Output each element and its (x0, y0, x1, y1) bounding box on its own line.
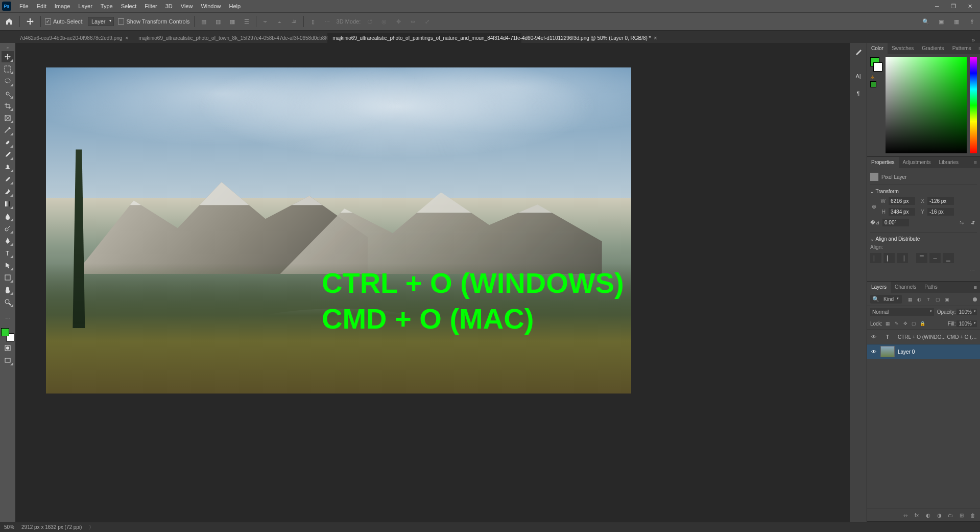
delete-layer-icon[interactable]: 🗑 (969, 511, 977, 519)
distribute-icon[interactable]: ☰ (242, 16, 252, 27)
panel-menu-icon[interactable]: ≡ (971, 159, 980, 166)
hue-slider[interactable] (970, 57, 977, 153)
canvas-area[interactable]: CTRL + O (WINDOWS) CMD + O (MAC) (15, 43, 849, 522)
layer-fx-icon[interactable]: fx (913, 511, 921, 519)
tab-patterns[interactable]: Patterns (948, 43, 975, 54)
gamut-color[interactable] (870, 81, 876, 87)
frame-tool[interactable] (2, 112, 14, 124)
history-brush-tool[interactable] (2, 174, 14, 185)
bg-swatch[interactable] (873, 62, 882, 72)
align-right-icon[interactable]: ▦ (227, 16, 237, 27)
flip-v-icon[interactable]: ⇵ (969, 220, 977, 225)
auto-select-checkbox[interactable]: Auto-Select: (45, 18, 84, 25)
blur-tool[interactable] (2, 211, 14, 222)
layer-name[interactable]: CTRL + O (WINDO... CMD + O (MAC) (898, 334, 977, 340)
dodge-tool[interactable] (2, 223, 14, 234)
align-top-button[interactable]: ▔ (916, 253, 927, 263)
align-hcenter-button[interactable]: ▎ (883, 253, 895, 263)
width-input[interactable] (889, 197, 915, 205)
filter-type-icon[interactable]: T (924, 296, 933, 303)
visibility-icon[interactable]: 👁 (870, 348, 877, 355)
align-left-icon[interactable]: ▤ (199, 16, 209, 27)
menu-edit[interactable]: Edit (33, 0, 51, 12)
lasso-tool[interactable] (2, 76, 14, 87)
align-left-button[interactable]: ▏ (870, 253, 881, 263)
height-input[interactable] (889, 208, 915, 216)
pen-tool[interactable] (2, 235, 14, 246)
layer-group-icon[interactable]: 🗀 (946, 511, 954, 519)
color-swatches[interactable] (1, 328, 14, 341)
maximize-button[interactable]: ❐ (945, 0, 962, 12)
doc-tab-3[interactable]: majkinio69_ultrarealistic_photo_of_paint… (327, 33, 521, 43)
lock-pixels-icon[interactable]: ✎ (893, 320, 900, 327)
align-top-icon[interactable]: ⫟ (260, 16, 271, 27)
filter-pixel-icon[interactable]: ▦ (906, 296, 914, 303)
foreground-color[interactable] (1, 328, 9, 336)
edit-toolbar-icon[interactable]: ⋯ (2, 313, 14, 324)
document-canvas[interactable]: CTRL + O (WINDOWS) CMD + O (MAC) (46, 67, 631, 394)
quick-mask-icon[interactable] (2, 342, 14, 354)
filter-kind-dropdown[interactable]: Kind (881, 296, 900, 303)
eyedropper-tool[interactable] (2, 125, 14, 136)
distribute-v-icon[interactable]: ▯ (308, 16, 318, 27)
menu-file[interactable]: File (15, 0, 33, 12)
angle-input[interactable] (882, 219, 909, 226)
close-tab-icon[interactable]: × (654, 35, 657, 41)
y-input[interactable] (927, 208, 954, 216)
tab-adjustments[interactable]: Adjustments (899, 157, 935, 168)
color-field[interactable] (886, 57, 967, 153)
menu-select[interactable]: Select (117, 0, 141, 12)
link-wh-icon[interactable]: ⊗ (870, 196, 877, 217)
tab-color[interactable]: Color (867, 43, 888, 54)
search-icon[interactable]: 🔍 (921, 16, 931, 27)
align-vcenter-button[interactable]: ─ (929, 253, 941, 263)
marquee-tool[interactable] (2, 63, 14, 75)
doc-tab-1[interactable]: 7d462a6-cea9-4b0b-ae20-0f98678c2ed9.png … (14, 33, 133, 43)
menu-3d[interactable]: 3D (161, 0, 177, 12)
visibility-icon[interactable]: 👁 (870, 333, 877, 340)
menu-help[interactable]: Help (225, 0, 245, 12)
status-arrow-icon[interactable]: 〉 (89, 524, 94, 531)
path-select-tool[interactable] (2, 260, 14, 271)
gradient-tool[interactable] (2, 198, 14, 210)
quick-select-tool[interactable] (2, 88, 14, 99)
lock-position-icon[interactable]: ✥ (902, 320, 909, 327)
adjustment-layer-icon[interactable]: ◑ (935, 511, 943, 519)
workspace-icon[interactable]: ▦ (951, 16, 962, 27)
filter-smart-icon[interactable]: ▣ (943, 296, 951, 303)
panel-menu-icon[interactable]: ≡ (975, 45, 980, 52)
document-dimensions[interactable]: 2912 px x 1632 px (72 ppi) (21, 524, 82, 530)
tab-libraries[interactable]: Libraries (935, 157, 963, 168)
align-heading[interactable]: Align and Distribute (870, 235, 977, 243)
home-icon[interactable] (3, 15, 15, 28)
auto-select-layer-dropdown[interactable]: Layer (88, 17, 114, 26)
zoom-tool[interactable] (2, 296, 14, 308)
tab-channels[interactable]: Channels (891, 282, 920, 293)
more-options-icon[interactable]: ⋯ (870, 265, 977, 276)
brushes-panel-icon[interactable] (853, 47, 864, 58)
menu-window[interactable]: Window (197, 0, 225, 12)
tab-swatches[interactable]: Swatches (888, 43, 918, 54)
close-tab-icon[interactable]: × (125, 35, 128, 41)
align-bottom-icon[interactable]: ⫡ (289, 16, 299, 27)
layer-row-text[interactable]: 👁 T CTRL + O (WINDO... CMD + O (MAC) (867, 330, 980, 344)
move-tool[interactable] (2, 51, 14, 62)
frame-icon[interactable]: ▣ (936, 16, 946, 27)
doc-tab-2[interactable]: majkinio69_ultrarealistic_photo_of_town_… (133, 33, 327, 43)
layer-row-image[interactable]: 👁 Layer 0 (867, 344, 980, 359)
menu-type[interactable]: Type (97, 0, 117, 12)
share-icon[interactable]: ⇪ (967, 16, 977, 27)
expand-tabs-icon[interactable]: » (967, 37, 980, 43)
panel-menu-icon[interactable]: ≡ (971, 284, 980, 290)
paragraph-panel-icon[interactable]: ¶ (853, 88, 864, 99)
menu-layer[interactable]: Layer (74, 0, 97, 12)
lock-transparency-icon[interactable]: ▦ (885, 320, 892, 327)
link-layers-icon[interactable]: ⇔ (901, 511, 910, 519)
fill-value[interactable]: 100% (957, 320, 977, 327)
opacity-value[interactable]: 100% (957, 309, 977, 315)
menu-view[interactable]: View (177, 0, 197, 12)
layer-name[interactable]: Layer 0 (898, 349, 977, 355)
close-button[interactable]: ✕ (962, 0, 978, 12)
healing-tool[interactable] (2, 137, 14, 148)
type-tool[interactable]: T (2, 247, 14, 259)
